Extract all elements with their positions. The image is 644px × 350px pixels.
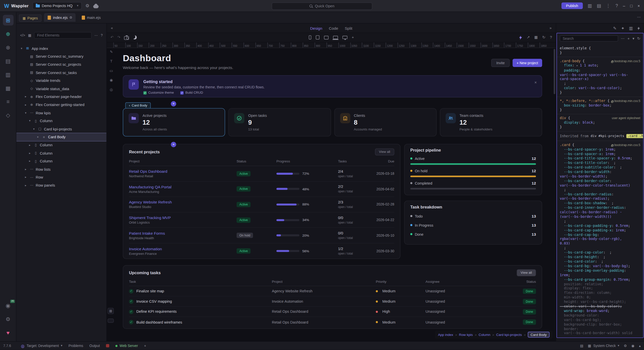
tab-main-ejs[interactable]: main.ejs (78, 13, 104, 22)
kpi-card[interactable]: Clients8Accounts managed (334, 108, 436, 136)
edit-tool-icon[interactable]: ✎ (108, 49, 114, 55)
kebab-menu-icon[interactable]: ⋮ (606, 4, 611, 8)
chevron-up-icon[interactable]: ▴ (639, 344, 641, 348)
project-link[interactable]: Agency Website Refresh (129, 200, 237, 204)
record-indicator-icon[interactable] (106, 344, 109, 347)
settings-icon[interactable]: ⚙ (3, 314, 13, 324)
project-link[interactable]: Patient Intake Forms (129, 231, 237, 235)
chevron-right-icon[interactable]: ▸ (36, 135, 40, 139)
new-project-button[interactable]: + New project (512, 59, 542, 67)
selected-element-tag[interactable]: ‹ Card Body (125, 102, 151, 109)
canvas-scrollbar[interactable] (554, 48, 555, 341)
server-icon[interactable]: ▥ (3, 69, 13, 80)
chevron-right-icon[interactable]: ▸ (24, 176, 28, 179)
device-phone-icon[interactable] (309, 35, 311, 39)
pages-icon[interactable]: ⊞ (3, 15, 13, 25)
device-custom-icon[interactable]: + (352, 35, 354, 39)
help-icon[interactable]: ? (550, 35, 552, 39)
chevron-right-icon[interactable]: ▸ (24, 184, 28, 187)
collapse-left-icon[interactable]: « (111, 26, 113, 30)
scrollbar-thumb[interactable] (554, 49, 555, 94)
chevron-down-icon[interactable]: ▾ (632, 36, 634, 40)
workflows-icon[interactable]: ⊕ (3, 28, 13, 39)
device-tablet-landscape-icon[interactable] (324, 36, 328, 39)
breadcrumb-link[interactable]: Card kpi-projects (496, 333, 522, 337)
modified-dot-icon[interactable] (70, 16, 72, 18)
stylesheet-ref[interactable]: bootstrap.min.css:5 (611, 143, 640, 148)
tree-item[interactable]: ▸▯Column (16, 149, 106, 157)
task-row[interactable]: ✓Finalize site mapAgency Website Refresh… (129, 286, 536, 296)
insert-after-button[interactable]: + (171, 142, 176, 147)
grid-overlay-icon[interactable]: ▦ (534, 35, 538, 39)
tree-item[interactable]: ▤Server Connect sc_projects (16, 60, 106, 68)
insert-before-button[interactable]: + (171, 101, 176, 107)
grid-view-icon[interactable]: ▦ (28, 33, 31, 37)
tab-code[interactable]: Code (329, 26, 338, 30)
share-icon[interactable]: ↗ (527, 35, 530, 39)
chevron-right-icon[interactable]: ▸ (28, 144, 32, 147)
tree-item[interactable]: ▾▢Card kpi-projects (16, 125, 106, 133)
breadcrumb-link[interactable]: Row kpis (459, 333, 473, 337)
settings-gear-icon[interactable]: ⚙ (85, 4, 89, 8)
extensions-icon[interactable]: ◇ (3, 110, 13, 120)
help-icon[interactable]: ? (101, 33, 103, 37)
bolt-icon[interactable] (637, 26, 640, 30)
swatch-tool-icon[interactable]: ▭ (108, 68, 114, 74)
table-row[interactable]: Shipment Tracking MVPOrbit LogisticsActi… (129, 213, 394, 228)
device-desktop-icon[interactable] (342, 36, 347, 39)
maximize-button[interactable]: □ (630, 4, 633, 8)
project-link[interactable]: Manufacturing QA Portal (129, 185, 237, 189)
tree-item[interactable]: ▾▯Column (16, 117, 106, 125)
database-icon[interactable]: ▤ (3, 55, 13, 66)
magic-icon[interactable]: ✦ (621, 26, 625, 30)
task-row[interactable]: ✓Invoice CSV mappingInvoice AutomationMe… (129, 296, 536, 307)
tree-item[interactable]: ▸⋯Row lists (16, 165, 106, 173)
tree-item[interactable]: ◇Variable status_data (16, 85, 106, 93)
project-link[interactable]: Retail Ops Dashboard (129, 169, 237, 174)
chevron-right-icon[interactable]: ▸ (28, 152, 32, 155)
more-options-icon[interactable]: ⋯ (94, 33, 98, 37)
add-panel-button[interactable]: + (144, 344, 146, 348)
chevron-right-icon[interactable]: ▸ (28, 160, 32, 163)
view-all-button[interactable]: View all (516, 269, 536, 276)
close-icon[interactable]: × (534, 80, 537, 85)
grid-toggle-icon[interactable]: ▦ (108, 308, 114, 314)
tree-item[interactable]: ▸▯Column (16, 141, 106, 149)
table-row[interactable]: Retail Ops DashboardNorthwind RetailActi… (129, 166, 394, 182)
table-row[interactable]: Patient Intake FormsBrightside HealthOn … (129, 228, 394, 243)
tree-item[interactable]: ▸⊕Flex Container page-header (16, 93, 106, 101)
breadcrumb-link[interactable]: App index (438, 333, 453, 337)
chevron-down-icon[interactable]: ▾ (24, 111, 28, 115)
tab-index-ejs[interactable]: index.ejs (44, 13, 75, 22)
tree-item[interactable]: ▸⊕Flex Container getting-started (16, 101, 106, 109)
undo-icon[interactable]: ↶ (110, 35, 113, 39)
quick-open-search[interactable]: Quick Open (272, 2, 372, 10)
assets-icon[interactable]: ▦ (3, 83, 13, 93)
tab-split[interactable]: Split (345, 26, 352, 30)
tree-item[interactable]: ▤Server Connect sc_summary (16, 52, 106, 60)
visibility-tool-icon[interactable]: ◎ (108, 87, 114, 92)
dark-mode-moon-icon[interactable] (133, 35, 137, 39)
layout-icon[interactable]: ▤ (580, 344, 583, 348)
check-item-build-crud[interactable]: ✓ Build CRUD (180, 91, 203, 95)
table-row[interactable]: Manufacturing QA PortalAcme Manufacturin… (129, 182, 394, 197)
tree-item[interactable]: ▾⋯Row kpis (16, 109, 106, 117)
edit-icon[interactable]: ✎ (613, 26, 617, 30)
output-button[interactable]: Output (89, 344, 100, 348)
chevron-down-icon[interactable]: ▾ (20, 47, 23, 50)
add-rule-icon[interactable]: + (627, 36, 630, 40)
settings-gear-icon[interactable]: ⚙ (624, 344, 627, 348)
tree-item[interactable]: ◇Variable trends (16, 77, 106, 85)
device-laptop-icon[interactable] (333, 36, 338, 39)
collapse-right-icon[interactable]: » (549, 26, 551, 30)
ai-assistant-icon[interactable]: ◉25 (3, 300, 13, 311)
bolt-icon[interactable] (519, 35, 522, 40)
tree-item[interactable]: ▸⋯Row panels (16, 181, 106, 189)
chevron-right-icon[interactable]: ▸ (24, 95, 28, 98)
tree-item[interactable]: ▸≡Card Body (16, 133, 106, 141)
project-link[interactable]: Shipment Tracking MVP (129, 216, 237, 220)
stylesheet-ref[interactable]: bootstrap.min.css:5 (611, 99, 640, 104)
cloud-sync-icon[interactable] (93, 5, 98, 8)
minimize-button[interactable]: – (623, 4, 625, 8)
chevron-down-icon[interactable]: ▾ (28, 119, 32, 123)
